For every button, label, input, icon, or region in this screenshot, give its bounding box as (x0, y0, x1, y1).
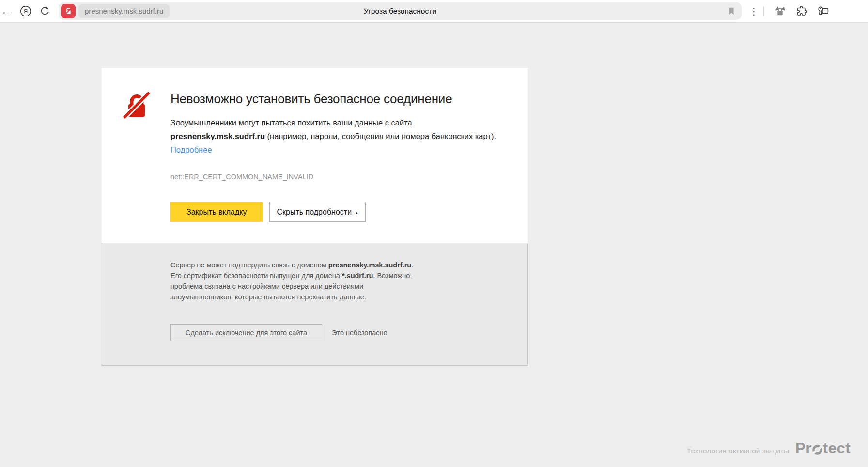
details-wildcard-domain: *.sudrf.ru (342, 272, 373, 280)
triangle-up-icon: ▴ (356, 210, 358, 215)
details-domain: presnensky.msk.sudrf.ru (328, 261, 411, 269)
protect-footer-label: Технология активной защиты (687, 447, 789, 455)
refresh-icon[interactable] (39, 5, 51, 17)
more-details-link[interactable]: Подробнее (170, 145, 212, 154)
insecure-connection-badge-icon[interactable] (61, 4, 76, 18)
certificate-details-panel: Сервер не может подтвердить связь с доме… (102, 243, 528, 366)
hide-details-label: Скрыть подробности (277, 208, 352, 217)
crossed-lock-icon (121, 89, 152, 120)
extensions-puzzle-icon[interactable] (795, 5, 808, 17)
error-description: Злоумышленники могут пытаться похитить в… (170, 116, 499, 156)
details-actions: Сделать исключение для этого сайта Это н… (170, 324, 527, 341)
address-bar[interactable]: presnensky.msk.sudrf.ru Угроза безопасно… (59, 2, 742, 20)
close-tab-button[interactable]: Закрыть вкладку (170, 202, 263, 222)
error-icon-column (121, 89, 170, 243)
hide-details-button[interactable]: Скрыть подробности ▴ (269, 202, 366, 222)
svg-text:Я: Я (24, 8, 28, 14)
details-text: Сервер не может подтвердить связь с доме… (170, 260, 425, 302)
url-text[interactable]: presnensky.msk.sudrf.ru (78, 4, 170, 18)
page-content: Невозможно установить безопасное соедине… (0, 23, 868, 467)
unsafe-proceed-link[interactable]: Это небезопасно (332, 329, 388, 337)
error-code: net::ERR_CERT_COMMON_NAME_INVALID (170, 173, 505, 181)
protect-logo-o-icon (812, 445, 822, 455)
details-part1: Сервер не может подтвердить связь с доме… (170, 261, 328, 269)
browser-window: ← Я presnensky.msk.sudrf.ru Угро (0, 0, 868, 467)
description-domain: presnensky.msk.sudrf.ru (170, 132, 265, 140)
browser-toolbar: ← Я presnensky.msk.sudrf.ru Угро (0, 0, 868, 23)
back-icon[interactable]: ← (1, 5, 13, 17)
key-card-icon[interactable] (817, 5, 830, 18)
protect-logo-part2: tect (823, 440, 851, 457)
description-part1: Злоумышленники могут пытаться похитить в… (170, 118, 412, 127)
error-heading: Невозможно установить безопасное соедине… (170, 92, 505, 107)
yandex-logo-icon[interactable]: Я (19, 5, 32, 17)
protect-logo: Prtect (795, 440, 851, 457)
protect-logo-part1: Pr (795, 440, 812, 457)
security-error-card: Невозможно установить безопасное соедине… (102, 68, 528, 243)
error-actions: Закрыть вкладку Скрыть подробности ▴ (170, 202, 505, 222)
error-text-column: Невозможно установить безопасное соедине… (170, 89, 505, 243)
bookmark-icon[interactable] (726, 6, 737, 16)
protect-footer: Технология активной защиты Prtect (687, 440, 851, 457)
make-exception-button[interactable]: Сделать исключение для этого сайта (170, 324, 322, 341)
protect-shield-icon[interactable] (774, 5, 787, 18)
toolbar-separator (763, 6, 764, 16)
menu-kebab-icon[interactable]: ⋮ (749, 6, 758, 17)
description-part2: (например, пароли, сообщения или номера … (265, 132, 496, 140)
